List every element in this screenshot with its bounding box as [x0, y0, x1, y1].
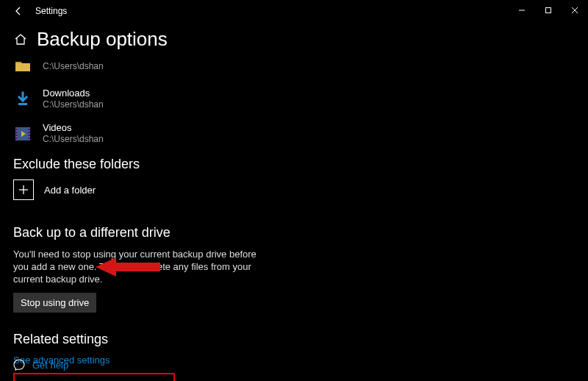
folder-path: C:\Users\dshan	[43, 134, 104, 145]
home-icon	[14, 33, 27, 46]
svg-rect-1	[546, 8, 551, 13]
restore-highlight: Restore files from a current backup	[13, 373, 175, 381]
svg-rect-12	[29, 129, 30, 130]
minimize-button[interactable]	[509, 0, 535, 21]
get-help-link[interactable]: Get help	[32, 360, 68, 371]
help-icon	[13, 359, 25, 371]
window-controls	[509, 0, 588, 21]
svg-rect-15	[29, 138, 30, 139]
minimize-icon	[518, 7, 526, 14]
content-area: C:\Users\dshan Downloads C:\Users\dshan …	[0, 51, 588, 381]
folder-icon	[13, 57, 32, 76]
folder-item[interactable]: Videos C:\Users\dshan	[13, 122, 588, 145]
different-drive-heading: Back up to a different drive	[13, 225, 588, 241]
page-title: Backup options	[37, 28, 168, 51]
svg-rect-9	[16, 132, 18, 133]
folder-text: Videos C:\Users\dshan	[43, 122, 104, 145]
back-button[interactable]	[7, 0, 29, 22]
page-header: Backup options	[0, 28, 588, 51]
exclude-heading: Exclude these folders	[13, 157, 588, 172]
stop-using-drive-button[interactable]: Stop using drive	[13, 293, 96, 313]
folder-text: Downloads C:\Users\dshan	[43, 88, 104, 110]
maximize-icon	[545, 7, 552, 14]
plus-icon	[13, 179, 34, 200]
svg-rect-10	[16, 135, 18, 136]
window-title: Settings	[35, 6, 67, 16]
svg-rect-14	[29, 135, 30, 136]
svg-rect-8	[16, 129, 18, 130]
folder-path: C:\Users\dshan	[43, 99, 104, 110]
arrow-left-icon	[13, 6, 24, 16]
titlebar: Settings	[0, 0, 588, 22]
svg-rect-4	[18, 103, 27, 105]
folder-name: Videos	[43, 122, 104, 134]
download-icon	[13, 90, 32, 109]
folder-name: Downloads	[43, 88, 104, 99]
svg-rect-11	[16, 138, 18, 139]
add-folder-label: Add a folder	[44, 185, 96, 196]
add-folder-button[interactable]: Add a folder	[13, 179, 588, 200]
different-drive-description: You'll need to stop using your current b…	[13, 248, 263, 285]
related-heading: Related settings	[13, 332, 588, 347]
close-icon	[571, 7, 578, 14]
folder-item[interactable]: Downloads C:\Users\dshan	[13, 88, 588, 110]
close-button[interactable]	[562, 0, 588, 21]
get-help-row[interactable]: Get help	[13, 359, 68, 371]
maximize-button[interactable]	[535, 0, 562, 21]
video-icon	[13, 124, 32, 143]
folder-text: C:\Users\dshan	[43, 61, 104, 72]
home-button[interactable]	[13, 33, 28, 46]
svg-rect-13	[29, 132, 30, 133]
folder-path: C:\Users\dshan	[43, 61, 104, 72]
folder-item[interactable]: C:\Users\dshan	[13, 57, 588, 76]
